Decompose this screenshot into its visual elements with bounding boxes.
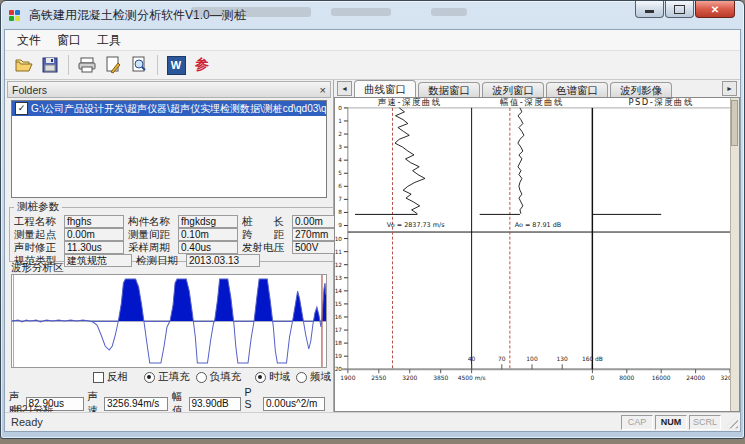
param-label: 工程名称 bbox=[14, 215, 64, 229]
maximize-icon bbox=[674, 5, 685, 14]
amplitude-field[interactable]: 93.90dB bbox=[189, 397, 241, 411]
svg-text:100: 100 bbox=[526, 356, 538, 363]
waveform-controls: ✓ 反相 正填充 负填充 时域 频域 bbox=[5, 370, 333, 384]
save-button[interactable] bbox=[37, 53, 63, 77]
parameters-button[interactable]: 参 bbox=[189, 53, 215, 77]
scrollbar-thumb[interactable] bbox=[731, 100, 738, 146]
left-arrow-icon: ◄ bbox=[341, 85, 348, 92]
open-folder-icon bbox=[14, 55, 34, 75]
folders-panel-title: Folders bbox=[12, 84, 47, 96]
titlebar-reflection bbox=[431, 8, 467, 16]
psd-field[interactable]: 0.00us^2/m bbox=[263, 397, 325, 411]
tab-waveimage-window[interactable]: 波列影像 bbox=[610, 82, 672, 97]
chart-scrollbar[interactable] bbox=[730, 98, 739, 411]
svg-text:12: 12 bbox=[335, 262, 342, 268]
tab-strip: ◄ 曲线窗口 数据窗口 波列窗口 色谱窗口 波列影像 ► bbox=[334, 80, 740, 97]
scroll-indicator: SCRL bbox=[689, 415, 721, 430]
svg-text:13: 13 bbox=[335, 275, 342, 281]
readings-row: 声 时 82.90us 声 速 3256.94m/s 幅 值 93.90dB P… bbox=[9, 386, 329, 412]
freq-domain-radio[interactable] bbox=[296, 372, 307, 383]
svg-text:2: 2 bbox=[338, 131, 342, 137]
svg-text:Ao = 87.91 dB: Ao = 87.91 dB bbox=[515, 221, 562, 229]
sound-speed-field[interactable]: 3256.94m/s bbox=[104, 397, 168, 411]
tab-wavetrain-window[interactable]: 波列窗口 bbox=[482, 82, 544, 97]
status-bar: Ready CAP NUM SCRL bbox=[5, 412, 740, 431]
svg-text:11: 11 bbox=[335, 249, 342, 255]
chart-area[interactable]: 01234567891011121314151617181920声速-深度曲线1… bbox=[334, 97, 740, 412]
sample-period-field[interactable]: 0.40us bbox=[178, 241, 238, 254]
svg-text:14: 14 bbox=[335, 288, 342, 294]
component-name-field[interactable]: fhgkdsg bbox=[178, 215, 238, 228]
interval-field[interactable]: 0.10m bbox=[178, 228, 238, 241]
param-label: 跨 距 bbox=[242, 228, 292, 242]
file-listbox[interactable]: ✓ G:\公司产品设计开发\超声仪器\超声仪实埋检测数据\测桩cd\qd03\q… bbox=[11, 100, 327, 198]
param-label: 声时修正 bbox=[14, 241, 64, 255]
file-list-item[interactable]: ✓ G:\公司产品设计开发\超声仪器\超声仪实埋检测数据\测桩cd\qd03\q… bbox=[12, 101, 326, 116]
menu-file[interactable]: 文件 bbox=[9, 30, 49, 51]
print-setup-button[interactable] bbox=[100, 53, 126, 77]
check-icon: ✓ bbox=[18, 104, 26, 113]
menu-tools[interactable]: 工具 bbox=[89, 30, 129, 51]
print-preview-button[interactable] bbox=[126, 53, 152, 77]
titlebar-reflection bbox=[331, 8, 391, 16]
svg-text:17: 17 bbox=[335, 327, 342, 333]
svg-text:9: 9 bbox=[338, 223, 342, 229]
project-name-field[interactable]: fhghs bbox=[64, 215, 124, 228]
svg-text:6: 6 bbox=[338, 183, 342, 189]
waveform-canvas[interactable] bbox=[11, 274, 327, 368]
page-pen-icon bbox=[103, 55, 123, 75]
minimize-button[interactable] bbox=[635, 1, 664, 18]
freq-domain-label: 频域 bbox=[310, 370, 331, 384]
print-button[interactable] bbox=[74, 53, 100, 77]
right-arrow-icon: ► bbox=[726, 85, 733, 92]
fill-negative-radio[interactable] bbox=[196, 372, 207, 383]
svg-text:声速-深度曲线: 声速-深度曲线 bbox=[378, 98, 442, 107]
svg-text:8: 8 bbox=[338, 210, 342, 216]
test-date-field[interactable]: 2013.03.13 bbox=[186, 254, 260, 267]
resize-grip[interactable] bbox=[725, 416, 738, 429]
svg-text:0: 0 bbox=[591, 374, 595, 381]
close-button[interactable]: ✕ bbox=[695, 1, 735, 18]
folders-panel-header[interactable]: Folders × bbox=[7, 81, 331, 98]
file-checkbox[interactable]: ✓ bbox=[15, 102, 28, 115]
toolbar: W 参 bbox=[5, 51, 740, 80]
maximize-button[interactable] bbox=[665, 1, 694, 18]
file-path: G:\公司产品设计开发\超声仪器\超声仪实埋检测数据\测桩cd\qd03\qd0… bbox=[31, 102, 326, 116]
svg-text:8000: 8000 bbox=[619, 374, 634, 381]
tab-spectrum-window[interactable]: 色谱窗口 bbox=[546, 82, 608, 97]
svg-text:1900: 1900 bbox=[340, 374, 355, 381]
param-label: 采样周期 bbox=[128, 241, 178, 255]
svg-text:PSD-深度曲线: PSD-深度曲线 bbox=[628, 98, 693, 107]
param-label: 发射电压 bbox=[242, 241, 292, 255]
svg-text:19: 19 bbox=[335, 353, 342, 359]
param-label: 测量起点 bbox=[14, 228, 64, 242]
app-window: 高铁建用混凝土检测分析软件V1.0—测桩 ✕ 文件 窗口 工具 bbox=[0, 0, 745, 439]
tab-scroll-left[interactable]: ◄ bbox=[337, 81, 352, 96]
word-icon: W bbox=[167, 56, 186, 75]
param-label: 构件名称 bbox=[128, 215, 178, 229]
word-export-button[interactable]: W bbox=[163, 53, 189, 77]
param-label: 桩 长 bbox=[242, 215, 292, 229]
parameters-icon: 参 bbox=[195, 56, 209, 74]
svg-text:7: 7 bbox=[338, 197, 342, 203]
close-icon: ✕ bbox=[711, 4, 719, 15]
tab-scroll-right[interactable]: ► bbox=[722, 81, 737, 96]
standard-type-field[interactable]: 建筑规范 bbox=[64, 254, 132, 267]
menu-window[interactable]: 窗口 bbox=[49, 30, 89, 51]
tab-curve-window[interactable]: 曲线窗口 bbox=[354, 80, 416, 97]
time-domain-radio[interactable] bbox=[255, 372, 266, 383]
menu-bar: 文件 窗口 工具 bbox=[5, 30, 740, 51]
status-text: Ready bbox=[11, 416, 619, 428]
panel-close-icon[interactable]: × bbox=[320, 85, 326, 95]
printer-icon bbox=[77, 55, 97, 75]
start-point-field[interactable]: 0.00m bbox=[64, 228, 124, 241]
open-button[interactable] bbox=[11, 53, 37, 77]
tab-data-window[interactable]: 数据窗口 bbox=[418, 82, 480, 97]
fill-positive-radio[interactable] bbox=[144, 372, 155, 383]
invert-checkbox[interactable]: ✓ bbox=[93, 372, 104, 383]
title-bar[interactable]: 高铁建用混凝土检测分析软件V1.0—测桩 ✕ bbox=[1, 1, 744, 29]
time-correction-field[interactable]: 11.30us bbox=[64, 241, 124, 254]
invert-label: 反相 bbox=[107, 370, 128, 384]
save-floppy-icon bbox=[40, 55, 60, 75]
svg-text:2550: 2550 bbox=[371, 374, 386, 381]
